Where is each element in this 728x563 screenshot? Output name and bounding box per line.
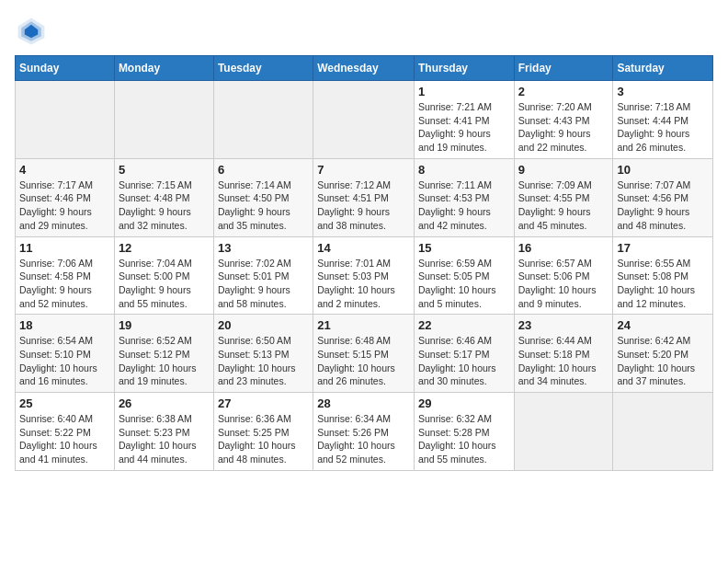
weekday-header: Monday	[114, 56, 213, 81]
day-detail: Sunrise: 7:12 AM Sunset: 4:51 PM Dayligh…	[317, 178, 410, 233]
day-number: 13	[218, 241, 309, 255]
calendar-cell: 18Sunrise: 6:54 AM Sunset: 5:10 PM Dayli…	[16, 315, 115, 393]
calendar-cell: 2Sunrise: 7:20 AM Sunset: 4:43 PM Daylig…	[514, 81, 613, 159]
day-number: 29	[418, 396, 510, 410]
day-detail: Sunrise: 6:54 AM Sunset: 5:10 PM Dayligh…	[19, 334, 110, 388]
calendar-cell: 4Sunrise: 7:17 AM Sunset: 4:46 PM Daylig…	[16, 158, 115, 236]
calendar-cell: 10Sunrise: 7:07 AM Sunset: 4:56 PM Dayli…	[613, 158, 713, 236]
day-detail: Sunrise: 6:42 AM Sunset: 5:20 PM Dayligh…	[617, 334, 709, 388]
day-detail: Sunrise: 6:55 AM Sunset: 5:08 PM Dayligh…	[617, 257, 709, 311]
calendar-cell: 7Sunrise: 7:12 AM Sunset: 4:51 PM Daylig…	[313, 158, 415, 236]
day-number: 1	[418, 85, 510, 98]
day-number: 7	[317, 163, 410, 177]
day-detail: Sunrise: 6:57 AM Sunset: 5:06 PM Dayligh…	[518, 257, 609, 311]
calendar-cell	[514, 393, 613, 471]
day-detail: Sunrise: 6:32 AM Sunset: 5:28 PM Dayligh…	[418, 412, 510, 466]
calendar-cell: 8Sunrise: 7:11 AM Sunset: 4:53 PM Daylig…	[414, 158, 514, 236]
day-detail: Sunrise: 7:01 AM Sunset: 5:03 PM Dayligh…	[317, 257, 410, 311]
calendar-cell: 20Sunrise: 6:50 AM Sunset: 5:13 PM Dayli…	[213, 315, 313, 393]
day-number: 11	[19, 241, 110, 255]
day-number: 18	[19, 318, 110, 332]
day-number: 22	[418, 318, 510, 332]
day-number: 8	[418, 163, 510, 177]
calendar-cell: 16Sunrise: 6:57 AM Sunset: 5:06 PM Dayli…	[514, 236, 613, 315]
day-number: 10	[617, 163, 709, 177]
calendar-week-row: 25Sunrise: 6:40 AM Sunset: 5:22 PM Dayli…	[16, 393, 713, 471]
calendar-week-row: 18Sunrise: 6:54 AM Sunset: 5:10 PM Dayli…	[16, 315, 713, 393]
day-detail: Sunrise: 7:21 AM Sunset: 4:41 PM Dayligh…	[418, 100, 510, 155]
calendar-cell	[114, 81, 213, 159]
day-number: 21	[317, 318, 410, 332]
calendar-table: SundayMondayTuesdayWednesdayThursdayFrid…	[15, 55, 713, 471]
weekday-header: Thursday	[414, 56, 514, 81]
calendar-cell: 15Sunrise: 6:59 AM Sunset: 5:05 PM Dayli…	[414, 236, 514, 315]
day-number: 5	[119, 163, 210, 177]
calendar-week-row: 11Sunrise: 7:06 AM Sunset: 4:58 PM Dayli…	[16, 236, 713, 315]
day-number: 20	[218, 318, 309, 332]
day-detail: Sunrise: 6:50 AM Sunset: 5:13 PM Dayligh…	[218, 334, 309, 388]
day-detail: Sunrise: 7:04 AM Sunset: 5:00 PM Dayligh…	[119, 257, 210, 311]
day-detail: Sunrise: 7:20 AM Sunset: 4:43 PM Dayligh…	[518, 100, 609, 155]
day-detail: Sunrise: 6:34 AM Sunset: 5:26 PM Dayligh…	[317, 412, 410, 466]
calendar-cell: 21Sunrise: 6:48 AM Sunset: 5:15 PM Dayli…	[313, 315, 415, 393]
day-detail: Sunrise: 7:14 AM Sunset: 4:50 PM Dayligh…	[218, 178, 309, 233]
day-number: 4	[19, 163, 110, 177]
day-detail: Sunrise: 7:11 AM Sunset: 4:53 PM Dayligh…	[418, 178, 510, 233]
weekday-header-row: SundayMondayTuesdayWednesdayThursdayFrid…	[16, 56, 713, 81]
calendar-cell: 3Sunrise: 7:18 AM Sunset: 4:44 PM Daylig…	[613, 81, 713, 159]
calendar-cell: 11Sunrise: 7:06 AM Sunset: 4:58 PM Dayli…	[16, 236, 115, 315]
calendar-cell: 22Sunrise: 6:46 AM Sunset: 5:17 PM Dayli…	[414, 315, 514, 393]
day-number: 14	[317, 241, 410, 255]
calendar-cell: 23Sunrise: 6:44 AM Sunset: 5:18 PM Dayli…	[514, 315, 613, 393]
day-number: 9	[518, 163, 609, 177]
calendar-cell	[613, 393, 713, 471]
calendar-cell: 28Sunrise: 6:34 AM Sunset: 5:26 PM Dayli…	[313, 393, 415, 471]
day-detail: Sunrise: 7:07 AM Sunset: 4:56 PM Dayligh…	[617, 178, 709, 233]
calendar-cell: 5Sunrise: 7:15 AM Sunset: 4:48 PM Daylig…	[114, 158, 213, 236]
day-number: 2	[518, 85, 609, 98]
day-number: 12	[119, 241, 210, 255]
day-number: 28	[317, 396, 410, 410]
day-number: 19	[119, 318, 210, 332]
day-detail: Sunrise: 7:06 AM Sunset: 4:58 PM Dayligh…	[19, 257, 110, 311]
day-number: 23	[518, 318, 609, 332]
day-number: 24	[617, 318, 709, 332]
day-number: 3	[617, 85, 709, 98]
day-detail: Sunrise: 7:17 AM Sunset: 4:46 PM Dayligh…	[19, 178, 110, 233]
weekday-header: Friday	[514, 56, 613, 81]
weekday-header: Sunday	[16, 56, 115, 81]
calendar-cell: 12Sunrise: 7:04 AM Sunset: 5:00 PM Dayli…	[114, 236, 213, 315]
day-detail: Sunrise: 6:36 AM Sunset: 5:25 PM Dayligh…	[218, 412, 309, 466]
weekday-header: Saturday	[613, 56, 713, 81]
calendar-cell: 17Sunrise: 6:55 AM Sunset: 5:08 PM Dayli…	[613, 236, 713, 315]
day-number: 26	[119, 396, 210, 410]
calendar-cell: 19Sunrise: 6:52 AM Sunset: 5:12 PM Dayli…	[114, 315, 213, 393]
calendar-cell: 1Sunrise: 7:21 AM Sunset: 4:41 PM Daylig…	[414, 81, 514, 159]
page-header	[15, 15, 713, 48]
calendar-cell	[313, 81, 415, 159]
calendar-week-row: 1Sunrise: 7:21 AM Sunset: 4:41 PM Daylig…	[16, 81, 713, 159]
calendar-cell: 24Sunrise: 6:42 AM Sunset: 5:20 PM Dayli…	[613, 315, 713, 393]
day-detail: Sunrise: 6:52 AM Sunset: 5:12 PM Dayligh…	[119, 334, 210, 388]
calendar-cell: 9Sunrise: 7:09 AM Sunset: 4:55 PM Daylig…	[514, 158, 613, 236]
day-detail: Sunrise: 7:18 AM Sunset: 4:44 PM Dayligh…	[617, 100, 709, 155]
day-number: 15	[418, 241, 510, 255]
day-detail: Sunrise: 6:48 AM Sunset: 5:15 PM Dayligh…	[317, 334, 410, 388]
day-number: 25	[19, 396, 110, 410]
calendar-week-row: 4Sunrise: 7:17 AM Sunset: 4:46 PM Daylig…	[16, 158, 713, 236]
day-detail: Sunrise: 7:02 AM Sunset: 5:01 PM Dayligh…	[218, 257, 309, 311]
weekday-header: Wednesday	[313, 56, 415, 81]
calendar-cell: 25Sunrise: 6:40 AM Sunset: 5:22 PM Dayli…	[16, 393, 115, 471]
day-detail: Sunrise: 6:46 AM Sunset: 5:17 PM Dayligh…	[418, 334, 510, 388]
day-number: 6	[218, 163, 309, 177]
calendar-cell: 6Sunrise: 7:14 AM Sunset: 4:50 PM Daylig…	[213, 158, 313, 236]
calendar-cell: 27Sunrise: 6:36 AM Sunset: 5:25 PM Dayli…	[213, 393, 313, 471]
calendar-cell: 26Sunrise: 6:38 AM Sunset: 5:23 PM Dayli…	[114, 393, 213, 471]
weekday-header: Tuesday	[213, 56, 313, 81]
calendar-cell	[213, 81, 313, 159]
day-number: 17	[617, 241, 709, 255]
day-detail: Sunrise: 6:38 AM Sunset: 5:23 PM Dayligh…	[119, 412, 210, 466]
calendar-cell	[16, 81, 115, 159]
day-detail: Sunrise: 6:40 AM Sunset: 5:22 PM Dayligh…	[19, 412, 110, 466]
calendar-cell: 13Sunrise: 7:02 AM Sunset: 5:01 PM Dayli…	[213, 236, 313, 315]
